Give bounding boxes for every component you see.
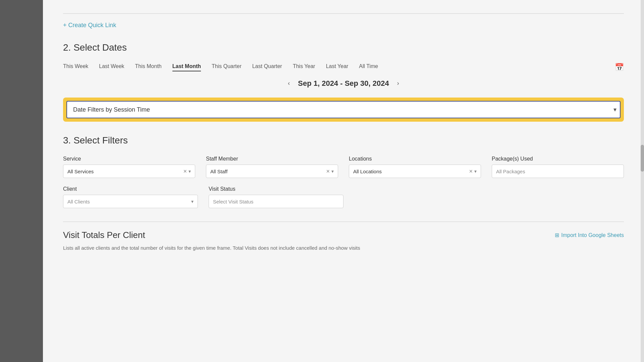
visit-status-filter-group: Visit Status Select Visit Status	[209, 186, 343, 208]
filters-grid-bottom: Client All Clients ▾ Visit Status Select…	[63, 186, 343, 208]
tab-last-month[interactable]: Last Month	[172, 63, 201, 71]
packages-select[interactable]: All Packages	[492, 165, 624, 178]
date-filter-select[interactable]: Date Filters by Session Time Date Filter…	[66, 101, 621, 118]
date-prev-button[interactable]: ‹	[285, 78, 292, 88]
service-clear-icon[interactable]: ✕	[183, 169, 187, 174]
visit-totals-description: Lists all active clients and the total n…	[63, 244, 624, 252]
staff-filter-group: Staff Member All Staff ✕ ▾	[206, 156, 338, 178]
date-range-row: ‹ Sep 1, 2024 - Sep 30, 2024 ›	[63, 78, 624, 88]
scrollbar[interactable]	[641, 0, 644, 362]
client-label: Client	[63, 186, 198, 192]
staff-clear-icon[interactable]: ✕	[326, 169, 330, 174]
client-chevron-icon: ▾	[191, 199, 194, 204]
locations-chevron-icon: ▾	[474, 169, 477, 174]
locations-label: Locations	[349, 156, 481, 162]
service-value: All Services	[67, 169, 94, 174]
staff-value: All Staff	[210, 169, 227, 174]
date-filter-dropdown-wrapper: Date Filters by Session Time Date Filter…	[63, 98, 624, 122]
filters-grid-top: Service All Services ✕ ▾ Staff Member Al…	[63, 156, 624, 178]
create-quick-link[interactable]: + Create Quick Link	[63, 22, 116, 29]
tab-all-time[interactable]: All Time	[359, 63, 378, 71]
grid-icon: ⊞	[555, 232, 559, 238]
service-chevron-icon: ▾	[189, 169, 191, 174]
tab-last-week[interactable]: Last Week	[99, 63, 124, 71]
date-next-button[interactable]: ›	[394, 78, 402, 88]
visit-status-placeholder: Select Visit Status	[213, 199, 254, 204]
locations-clear-icon[interactable]: ✕	[469, 169, 473, 174]
visit-totals-title: Visit Totals Per Client	[63, 230, 145, 240]
service-filter-group: Service All Services ✕ ▾	[63, 156, 195, 178]
client-placeholder: All Clients	[67, 199, 90, 204]
tab-this-year[interactable]: This Year	[293, 63, 315, 71]
import-google-sheets-link[interactable]: ⊞ Import Into Google Sheets	[555, 232, 624, 238]
locations-value: All Locations	[353, 169, 382, 174]
section2-title: 2. Select Dates	[63, 42, 624, 53]
service-label: Service	[63, 156, 195, 162]
packages-label: Package(s) Used	[492, 156, 624, 162]
import-label: Import Into Google Sheets	[561, 232, 624, 238]
tab-last-year[interactable]: Last Year	[326, 63, 348, 71]
locations-filter-group: Locations All Locations ✕ ▾	[349, 156, 481, 178]
main-panel: + Create Quick Link 2. Select Dates This…	[43, 0, 644, 362]
staff-label: Staff Member	[206, 156, 338, 162]
visit-totals-header: Visit Totals Per Client ⊞ Import Into Go…	[63, 230, 624, 240]
calendar-icon[interactable]: 📅	[615, 63, 624, 72]
scrollbar-thumb[interactable]	[641, 145, 644, 172]
tab-this-week[interactable]: This Week	[63, 63, 88, 71]
packages-filter-group: Package(s) Used All Packages	[492, 156, 624, 178]
client-select[interactable]: All Clients ▾	[63, 195, 198, 208]
visit-status-label: Visit Status	[209, 186, 343, 192]
tab-last-quarter[interactable]: Last Quarter	[252, 63, 282, 71]
tab-this-month[interactable]: This Month	[135, 63, 162, 71]
section3-title: 3. Select Filters	[63, 135, 624, 146]
service-select[interactable]: All Services ✕ ▾	[63, 165, 195, 178]
date-tabs-row: This Week Last Week This Month Last Mont…	[63, 63, 624, 72]
highlighted-section: Date Filters by Session Time Date Filter…	[63, 98, 624, 122]
locations-select[interactable]: All Locations ✕ ▾	[349, 165, 481, 178]
client-filter-group: Client All Clients ▾	[63, 186, 198, 208]
packages-placeholder: All Packages	[496, 169, 525, 174]
staff-chevron-icon: ▾	[331, 169, 334, 174]
tab-this-quarter[interactable]: This Quarter	[212, 63, 241, 71]
staff-select[interactable]: All Staff ✕ ▾	[206, 165, 338, 178]
visit-status-select[interactable]: Select Visit Status	[209, 195, 343, 208]
date-range-text: Sep 1, 2024 - Sep 30, 2024	[298, 79, 389, 88]
